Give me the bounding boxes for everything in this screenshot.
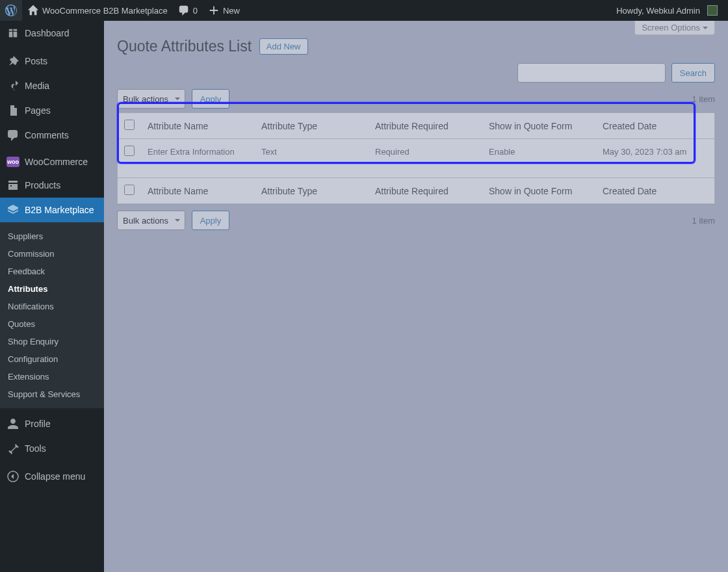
menu-media[interactable]: Media (0, 73, 104, 98)
admin-bar-left: WooCommerce B2B Marketplace 0 New (0, 0, 245, 21)
item-count-bottom: 1 item (692, 216, 715, 226)
col-footer-created[interactable]: Created Date (596, 177, 714, 203)
col-footer-show[interactable]: Show in Quote Form (482, 177, 596, 203)
col-footer-type[interactable]: Attribute Type (255, 177, 369, 203)
submenu-quotes[interactable]: Quotes (0, 315, 104, 333)
submenu-suppliers[interactable]: Suppliers (0, 228, 104, 245)
new-label: New (223, 6, 240, 16)
menu-label: Pages (25, 105, 51, 116)
select-all-bottom[interactable] (124, 185, 135, 195)
col-header-type[interactable]: Attribute Type (255, 113, 369, 139)
bulk-actions-select-bottom[interactable]: Bulk actions (117, 211, 185, 230)
collapse-button[interactable]: Collapse menu (0, 464, 104, 489)
menu-label: Media (25, 81, 49, 91)
row-checkbox[interactable] (124, 146, 135, 156)
comments-count: 0 (193, 6, 198, 16)
dashboard-icon (6, 27, 20, 40)
home-icon (27, 5, 39, 16)
cell-name[interactable]: Enter Extra Information (141, 139, 255, 164)
menu-posts[interactable]: Posts (0, 49, 104, 73)
menu-pages[interactable]: Pages (0, 98, 104, 123)
menu-label: Comments (25, 130, 69, 140)
submenu-commission[interactable]: Commission (0, 245, 104, 263)
col-header-show[interactable]: Show in Quote Form (482, 113, 596, 139)
admin-bar: WooCommerce B2B Marketplace 0 New Howdy,… (0, 0, 728, 21)
menu-dashboard[interactable]: Dashboard (0, 21, 104, 46)
main-content: Screen Options Quote Attributes List Add… (104, 21, 728, 572)
apply-button-top[interactable]: Apply (192, 89, 230, 109)
menu-label: Profile (25, 419, 51, 429)
woo-icon: woo (6, 157, 20, 167)
admin-bar-right: Howdy, Webkul Admin (611, 0, 723, 21)
pin-icon (6, 55, 20, 68)
media-icon (6, 79, 20, 92)
col-footer-name[interactable]: Attribute Name (141, 177, 255, 203)
select-all-top[interactable] (124, 120, 135, 130)
page-title: Quote Attributes List (117, 38, 252, 55)
wp-logo[interactable] (0, 0, 22, 21)
tools-icon (6, 442, 20, 455)
caret-down-icon (703, 27, 708, 32)
plus-icon (208, 5, 220, 16)
table-row-spacer (118, 164, 714, 177)
comments-link[interactable]: 0 (173, 0, 203, 21)
apply-button-bottom[interactable]: Apply (192, 211, 230, 230)
menu-label: Tools (25, 443, 46, 454)
search-button[interactable]: Search (671, 63, 715, 83)
submenu-feedback[interactable]: Feedback (0, 263, 104, 280)
screen-options-wrap: Screen Options (634, 21, 715, 35)
menu-comments[interactable]: Comments (0, 123, 104, 148)
submenu-b2b: Suppliers Commission Feedback Attributes… (0, 222, 104, 408)
site-name-label: WooCommerce B2B Marketplace (42, 6, 168, 16)
menu-b2b-marketplace[interactable]: B2B Marketplace (0, 198, 104, 222)
col-header-name[interactable]: Attribute Name (141, 113, 255, 139)
comment-icon (178, 5, 190, 16)
profile-icon (6, 417, 20, 430)
submenu-shop-enquiry[interactable]: Shop Enquiry (0, 333, 104, 350)
menu-tools[interactable]: Tools (0, 436, 104, 461)
menu-products[interactable]: Products (0, 173, 104, 198)
screen-options-button[interactable]: Screen Options (634, 21, 715, 35)
cell-type: Text (255, 139, 369, 164)
my-account[interactable]: Howdy, Webkul Admin (611, 0, 723, 21)
table-row: Enter Extra Information Text Required En… (118, 139, 714, 164)
pages-icon (6, 104, 20, 117)
submenu-support[interactable]: Support & Services (0, 385, 104, 403)
cell-show: Enable (482, 139, 596, 164)
new-link[interactable]: New (203, 0, 245, 21)
wordpress-icon (5, 5, 17, 16)
menu-label: Dashboard (25, 28, 70, 38)
col-header-required[interactable]: Attribute Required (369, 113, 482, 139)
submenu-configuration[interactable]: Configuration (0, 350, 104, 368)
menu-label: Collapse menu (25, 471, 85, 482)
col-footer-required[interactable]: Attribute Required (369, 177, 482, 203)
menu-woocommerce[interactable]: woo WooCommerce (0, 151, 104, 173)
avatar (707, 5, 718, 16)
menu-label: WooCommerce (25, 157, 88, 167)
howdy-label: Howdy, Webkul Admin (616, 6, 700, 16)
add-new-button[interactable]: Add New (259, 38, 308, 55)
submenu-extensions[interactable]: Extensions (0, 368, 104, 385)
col-header-created[interactable]: Created Date (596, 113, 714, 139)
menu-label: Products (25, 180, 60, 190)
item-count-top: 1 item (692, 94, 715, 104)
submenu-notifications[interactable]: Notifications (0, 298, 104, 315)
cell-created: May 30, 2023 7:03 am (596, 139, 714, 164)
menu-profile[interactable]: Profile (0, 411, 104, 436)
collapse-icon (6, 470, 20, 483)
search-input[interactable] (517, 63, 666, 83)
bulk-actions-select-top[interactable]: Bulk actions (117, 89, 185, 109)
products-icon (6, 179, 20, 192)
b2b-icon (6, 203, 20, 216)
screen-options-label: Screen Options (642, 23, 700, 32)
attributes-table: Attribute Name Attribute Type Attribute … (117, 112, 715, 204)
site-link[interactable]: WooCommerce B2B Marketplace (22, 0, 173, 21)
tablenav-bottom: Bulk actions Apply 1 item (117, 211, 715, 230)
admin-menu: Dashboard Posts Media Pages Comments woo… (0, 21, 104, 572)
menu-label: B2B Marketplace (25, 205, 94, 215)
comments-icon (6, 129, 20, 142)
search-row: Search (117, 63, 715, 83)
submenu-attributes[interactable]: Attributes (0, 280, 104, 298)
menu-label: Posts (25, 56, 47, 66)
tablenav-top: Bulk actions Apply 1 item (117, 89, 715, 109)
